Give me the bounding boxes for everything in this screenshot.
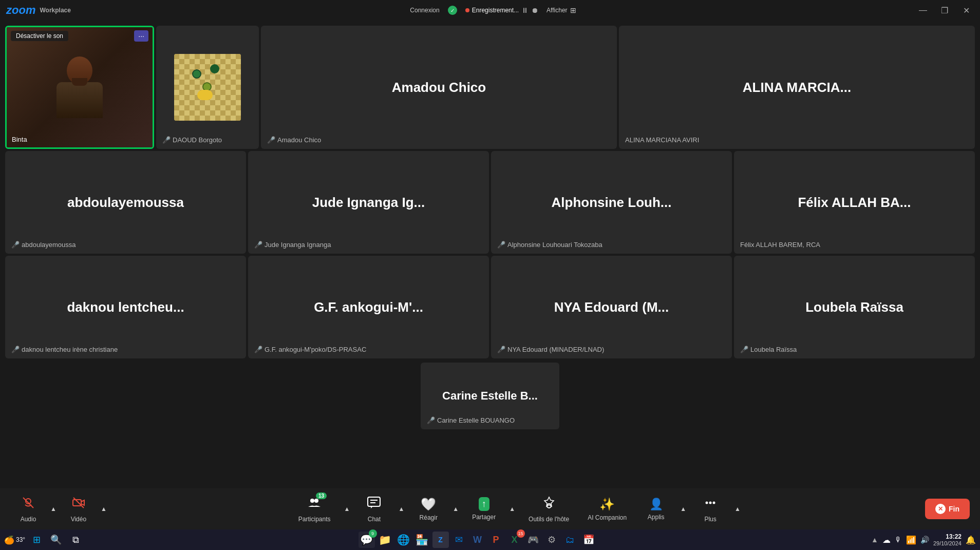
video-chevron[interactable]: ▲	[99, 501, 109, 517]
file-explorer-btn[interactable]: 📁	[377, 532, 393, 548]
react-chevron[interactable]: ▲	[450, 501, 461, 517]
files-btn[interactable]: 🗂	[562, 532, 578, 548]
more-chevron[interactable]: ▲	[732, 501, 743, 517]
audio-btn[interactable]: Audio	[10, 491, 46, 527]
participants-label: Participants	[298, 516, 331, 523]
afficher-btn[interactable]: Afficher ⊞	[546, 6, 576, 14]
workplace-text: Workplace	[40, 7, 70, 14]
tile-loubela: Loubela Raïssa 🎤 Loubela Raïssa	[734, 256, 975, 358]
amadou-name-big: Amadou Chico	[387, 80, 491, 96]
volume-icon[interactable]: 🔊	[920, 536, 929, 544]
felix-name-big: Félix ALLAH BA...	[793, 195, 916, 211]
ppt-btn[interactable]: P	[488, 532, 504, 548]
share-chevron[interactable]: ▲	[507, 501, 517, 517]
apps-icon: 👤	[649, 498, 663, 511]
search-taskbar-btn[interactable]: 🔍	[48, 532, 64, 548]
audio-chevron[interactable]: ▲	[48, 501, 59, 517]
chat-btn[interactable]: Chat	[356, 491, 392, 527]
gf-name-big: G.F. ankogui-M'...	[309, 299, 428, 315]
apps-btn[interactable]: 👤 Applis	[638, 494, 674, 525]
excel-btn[interactable]: X 15	[506, 532, 523, 548]
more-options-btn[interactable]: ···	[134, 30, 148, 42]
person-body	[56, 82, 103, 118]
tile-amadou: Amadou Chico 🎤 Amadou Chico	[261, 26, 617, 149]
video-row-3: daknou lentcheu... 🎤 daknou lentcheu irè…	[5, 256, 975, 358]
wifi-icon[interactable]: 📶	[906, 535, 916, 545]
grid-icon: ⊞	[570, 6, 576, 14]
edge-btn[interactable]: 🌐	[395, 532, 412, 548]
chat-label: Chat	[368, 516, 381, 523]
toolbar-left: Audio ▲ Vidéo ▲	[10, 491, 109, 527]
store-btn[interactable]: 🏪	[414, 532, 430, 548]
binta-video	[7, 27, 153, 147]
calendar-taskbar-icon: 📅	[583, 534, 594, 545]
binta-overlay: Désactiver le son ···	[7, 27, 153, 45]
recording-label: Enregistrement...	[472, 7, 519, 14]
video-row-1: Désactiver le son ··· Binta �	[5, 26, 975, 149]
abdoulaye-name-big: abdoulayemoussa	[62, 195, 189, 211]
video-btn[interactable]: Vidéo	[61, 491, 97, 527]
game-screen	[174, 54, 241, 121]
outlook-btn[interactable]: ✉	[451, 532, 467, 548]
date-display: 29/10/2024	[933, 540, 962, 546]
task-view-btn[interactable]: ⧉	[67, 532, 84, 548]
mute-icon-amadou: 🎤	[267, 136, 275, 144]
windows-taskbar: 🍊 33° ⊞ 🔍 ⧉ 💬 9 📁 🌐 🏪 Z	[0, 529, 980, 550]
tile-felix: Félix ALLAH BA... Félix ALLAH BAREM, RCA	[734, 151, 975, 254]
video-row-2: abdoulayemoussa 🎤 abdoulayemoussa Jude I…	[5, 151, 975, 254]
mute-icon-abdoulaye: 🎤	[11, 241, 20, 249]
titlebar-center: Connexion ✓ Enregistrement... ⏸ ⏺ Affich…	[71, 6, 915, 15]
mute-icon-loubela: 🎤	[740, 346, 748, 353]
zoom-taskbar-btn[interactable]: Z	[432, 532, 449, 548]
abdoulaye-name-small: 🎤 abdoulayemoussa	[11, 241, 76, 249]
react-btn[interactable]: 🤍 Réagir	[410, 493, 446, 525]
weather-widget[interactable]: 🍊 33°	[4, 535, 25, 545]
zoom-logo-text: zoom	[6, 4, 35, 17]
temperature: 33°	[16, 536, 25, 543]
minimize-btn[interactable]: —	[915, 6, 931, 15]
tray-chevron[interactable]: ▲	[871, 536, 878, 544]
ppt-icon: P	[493, 535, 499, 545]
close-btn[interactable]: ✕	[958, 6, 974, 15]
participants-chevron[interactable]: ▲	[342, 501, 352, 517]
mute-icon-carine: 🎤	[427, 416, 435, 424]
start-btn[interactable]: ⊞	[28, 532, 45, 548]
carine-name-small: 🎤 Carine Estelle BOUANGO	[427, 416, 515, 424]
word-btn[interactable]: W	[469, 532, 486, 548]
tile-nya: NYA Edouard (M... 🎤 NYA Edouard (MINADER…	[491, 256, 732, 358]
more-label: Plus	[704, 516, 716, 523]
maximize-btn[interactable]: ❐	[937, 6, 952, 15]
amadou-name-small: 🎤 Amadou Chico	[267, 136, 321, 144]
carine-name-big: Carine Estelle B...	[437, 389, 543, 403]
notification-btn[interactable]: 🔔	[966, 535, 976, 545]
connexion-btn[interactable]: Connexion	[410, 7, 439, 14]
mic-icon[interactable]: 🎙	[895, 536, 902, 544]
share-btn[interactable]: ↑ Partager	[465, 493, 503, 525]
participants-btn[interactable]: 13 Participants	[291, 491, 338, 527]
tile-daknou: daknou lentcheu... 🎤 daknou lentcheu irè…	[5, 256, 246, 358]
end-btn[interactable]: ✕ Fin	[925, 499, 970, 519]
video-row-4: Carine Estelle B... 🎤 Carine Estelle BOU…	[5, 361, 975, 483]
settings-btn[interactable]: ⚙	[543, 532, 560, 548]
video-grid: Désactiver le son ··· Binta �	[0, 21, 980, 488]
edge-icon: 🌐	[397, 534, 410, 546]
host-tools-btn[interactable]: Outils de l'hôte	[521, 491, 576, 527]
daknou-name-big: daknou lentcheu...	[62, 299, 189, 315]
more-btn[interactable]: Plus	[692, 491, 728, 527]
chat-chevron[interactable]: ▲	[396, 501, 406, 517]
tile-alina: ALINA MARCIA... ALINA MARCIANA AVIRI	[619, 26, 975, 149]
ai-companion-btn[interactable]: ✨ AI Companion	[580, 493, 634, 525]
apps-chevron[interactable]: ▲	[678, 501, 688, 517]
cloud-icon[interactable]: ☁	[882, 535, 891, 545]
alina-name-small: ALINA MARCIANA AVIRI	[625, 136, 699, 144]
whatsapp-btn[interactable]: 💬 9	[359, 532, 375, 548]
excel-icon: X	[512, 535, 518, 545]
calendar-taskbar-btn[interactable]: 📅	[580, 532, 597, 548]
toolbar-center: 13 Participants ▲ Chat ▲ 🤍 Réagir ▲	[291, 491, 743, 527]
desactiver-badge[interactable]: Désactiver le son	[11, 31, 68, 41]
clock-widget[interactable]: 13:22 29/10/2024	[933, 533, 962, 546]
weather-icon: 🍊	[4, 535, 14, 545]
xbox-btn[interactable]: 🎮	[525, 532, 541, 548]
recording-btn[interactable]: Enregistrement... ⏸ ⏺	[465, 6, 538, 14]
recording-pause-icon: ⏸	[521, 6, 529, 14]
